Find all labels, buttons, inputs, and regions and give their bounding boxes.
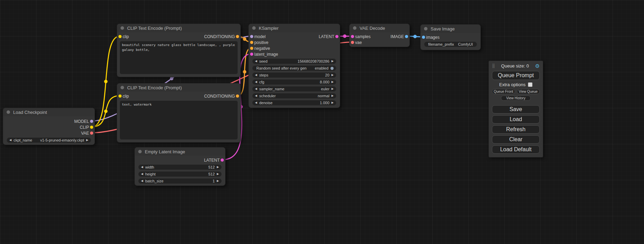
link-midpoint-dot[interactable] (243, 37, 246, 41)
decrement-arrow-icon[interactable]: ◀ (141, 166, 143, 169)
collapse-dot-icon[interactable] (138, 150, 142, 153)
height-widget[interactable]: ◀ height 512 ▶ (138, 171, 222, 177)
slot-row: latent_image (249, 51, 340, 57)
conditioning-output-dot[interactable] (236, 94, 239, 98)
node-titlebar[interactable]: Load Checkpoint (3, 108, 95, 116)
collapse-dot-icon[interactable] (121, 86, 124, 89)
denoise-widget[interactable]: ◀ denoise 1.000 ▶ (252, 100, 336, 106)
decrement-arrow-icon[interactable]: ◀ (141, 173, 143, 175)
node-vae-decode[interactable]: VAE Decode samples IMAGE vae (349, 24, 410, 47)
node-title: CLIP Text Encode (Prompt) (127, 85, 182, 90)
clear-button[interactable]: Clear (492, 135, 540, 144)
link-midpoint-dot[interactable] (104, 80, 108, 83)
link-midpoint-dot[interactable] (413, 35, 417, 38)
model-input-dot[interactable] (250, 35, 253, 38)
node-clip-text-encode-negative[interactable]: CLIP Text Encode (Prompt) clip CONDITION… (117, 83, 241, 143)
seed-widget[interactable]: ◀ seed 156680208700286 ▶ (252, 58, 336, 64)
node-load-checkpoint[interactable]: Load Checkpoint MODEL CLIP VAE ◀ ckpt_na… (3, 108, 95, 145)
node-titlebar[interactable]: VAE Decode (350, 24, 409, 32)
drag-handle-icon[interactable]: ⣿ (492, 64, 495, 68)
refresh-button[interactable]: Refresh (492, 125, 540, 134)
scheduler-widget[interactable]: ◀ scheduler normal ▶ (252, 93, 336, 99)
decrement-arrow-icon[interactable]: ◀ (9, 139, 11, 142)
link-midpoint-dot[interactable] (104, 110, 108, 113)
filename-prefix-widget[interactable]: filename_prefix ComfyUI (424, 42, 477, 47)
increment-arrow-icon[interactable]: ▶ (332, 94, 334, 97)
prompt-textarea[interactable]: text, watermark (120, 101, 238, 139)
latent-output-dot[interactable] (335, 35, 338, 38)
collapse-dot-icon[interactable] (252, 26, 256, 30)
ckpt-name-widget[interactable]: ◀ ckpt_name v1-5-pruned-emaonly.ckpt ▶ (7, 137, 91, 143)
node-empty-latent-image[interactable]: Empty Latent Image LATENT ◀ width 512 ▶ … (134, 147, 226, 186)
extra-options-checkbox[interactable] (528, 82, 532, 87)
prompt-textarea[interactable]: beautiful scenery nature glass bottle la… (120, 41, 238, 74)
increment-arrow-icon[interactable]: ▶ (217, 173, 219, 175)
view-queue-button[interactable]: View Queue (517, 89, 540, 94)
cfg-widget[interactable]: ◀ cfg 8.000 ▶ (252, 79, 336, 85)
increment-arrow-icon[interactable]: ▶ (332, 60, 334, 63)
negative-input-dot[interactable] (250, 47, 253, 50)
queue-prompt-button[interactable]: Queue Prompt (492, 71, 540, 80)
latent-image-input-dot[interactable] (250, 53, 253, 56)
image-output-dot[interactable] (405, 35, 408, 38)
decrement-arrow-icon[interactable]: ◀ (255, 74, 257, 76)
link-midpoint-dot[interactable] (343, 35, 346, 38)
node-titlebar[interactable]: CLIP Text Encode (Prompt) (117, 83, 240, 92)
load-button[interactable]: Load (492, 115, 540, 124)
node-titlebar[interactable]: Save Image (421, 25, 480, 33)
increment-arrow-icon[interactable]: ▶ (217, 180, 219, 182)
increment-arrow-icon[interactable]: ▶ (86, 139, 88, 142)
node-ksampler[interactable]: KSampler model LATENT positive negative … (248, 24, 340, 108)
increment-arrow-icon[interactable]: ▶ (332, 101, 334, 104)
clip-input-dot[interactable] (118, 35, 122, 38)
decrement-arrow-icon[interactable]: ◀ (255, 94, 257, 97)
images-input-dot[interactable] (422, 36, 425, 39)
decrement-arrow-icon[interactable]: ◀ (255, 88, 257, 90)
clip-input-dot[interactable] (118, 94, 122, 98)
samples-input-dot[interactable] (351, 35, 354, 38)
decrement-arrow-icon[interactable]: ◀ (255, 81, 257, 83)
node-titlebar[interactable]: Empty Latent Image (135, 147, 225, 156)
decrement-arrow-icon[interactable]: ◀ (255, 101, 257, 104)
vae-output-dot[interactable] (90, 132, 93, 135)
wire-clip-negative[interactable] (92, 96, 120, 127)
collapse-dot-icon[interactable] (424, 27, 427, 30)
collapse-dot-icon[interactable] (7, 110, 10, 114)
collapse-dot-icon[interactable] (353, 26, 356, 30)
latent-output-dot[interactable] (221, 159, 224, 162)
conditioning-output-dot[interactable] (236, 35, 239, 38)
slot-label: IMAGE (390, 34, 404, 39)
settings-gear-icon[interactable]: ⚙ (535, 63, 540, 69)
link-midpoint-dot[interactable] (243, 70, 246, 74)
queue-front-button[interactable]: Queue Front (492, 89, 515, 94)
increment-arrow-icon[interactable]: ▶ (217, 166, 219, 169)
positive-input-dot[interactable] (250, 41, 253, 44)
decrement-arrow-icon[interactable]: ◀ (141, 180, 143, 182)
link-midpoint-dot[interactable] (170, 77, 174, 80)
widget-label: ckpt_name (14, 138, 38, 142)
random-seed-toggle-widget[interactable]: Random seed after every gen enabled (252, 65, 336, 71)
save-button[interactable]: Save (492, 105, 540, 114)
comfy-menu-panel[interactable]: ⣿ Queue size: 0 ⚙ Queue Prompt Extra opt… (488, 61, 543, 157)
node-clip-text-encode-positive[interactable]: CLIP Text Encode (Prompt) clip CONDITION… (117, 24, 241, 77)
width-widget[interactable]: ◀ width 512 ▶ (138, 164, 222, 170)
wire-clip-positive[interactable] (92, 36, 120, 127)
toggle-indicator-icon[interactable] (330, 67, 334, 70)
load-default-button[interactable]: Load Default (492, 145, 540, 154)
steps-widget[interactable]: ◀ steps 20 ▶ (252, 72, 336, 78)
collapse-dot-icon[interactable] (121, 26, 124, 30)
node-save-image[interactable]: Save Image images filename_prefix ComfyU… (420, 24, 481, 50)
node-titlebar[interactable]: CLIP Text Encode (Prompt) (117, 24, 240, 32)
increment-arrow-icon[interactable]: ▶ (332, 81, 334, 83)
clip-output-dot[interactable] (90, 126, 93, 129)
increment-arrow-icon[interactable]: ▶ (332, 74, 334, 76)
node-titlebar[interactable]: KSampler (249, 24, 340, 32)
batch-size-widget[interactable]: ◀ batch_size 1 ▶ (138, 178, 222, 184)
view-history-button[interactable]: View History (501, 96, 531, 101)
vae-input-dot[interactable] (351, 41, 354, 44)
slot-label: images (426, 35, 440, 40)
model-output-dot[interactable] (90, 120, 93, 123)
sampler-name-widget[interactable]: ◀ sampler_name euler ▶ (252, 86, 336, 92)
increment-arrow-icon[interactable]: ▶ (332, 88, 334, 90)
decrement-arrow-icon[interactable]: ◀ (255, 60, 257, 63)
